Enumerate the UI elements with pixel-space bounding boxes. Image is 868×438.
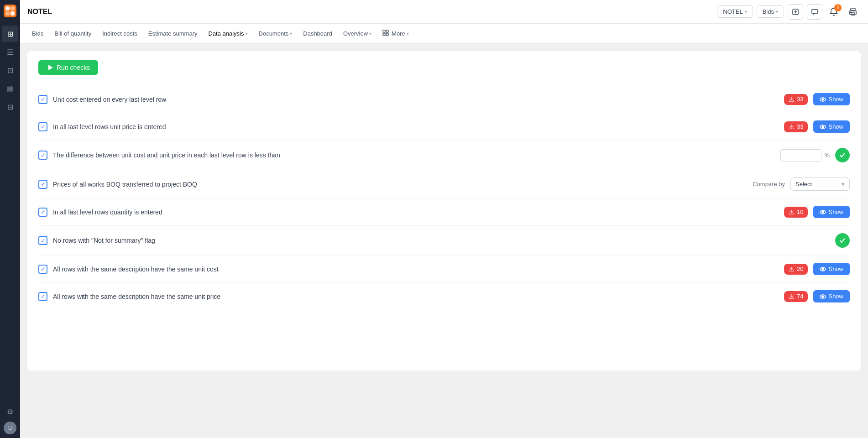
check-2-warning: ⚠ 33 — [784, 121, 808, 132]
svg-point-8 — [851, 12, 852, 13]
check-7-show-button[interactable]: Show — [813, 263, 850, 275]
check-row-7: ✓ All rows with the same description hav… — [38, 256, 850, 283]
topbar-right: NOTEL ▾ Bids ▾ — [717, 4, 861, 20]
check-2-label: In all last level rows unit price is ent… — [53, 123, 779, 130]
check-7-count: 20 — [797, 266, 803, 272]
sidebar: ⊞ ☰ ⊡ ▦ ⊟ ⚙ U — [0, 0, 20, 438]
check-row-4: ✓ Prices of all works BOQ transferred to… — [38, 170, 850, 198]
check-row-6: ✓ No rows with "Not for summary" flag — [38, 226, 850, 256]
overview-chevron-icon: ▾ — [369, 31, 371, 36]
check-5-show-button[interactable]: Show — [813, 206, 850, 218]
check-3-success — [835, 148, 850, 162]
edit-icon-btn[interactable] — [788, 4, 803, 20]
check-8-label: All rows with the same description have … — [53, 293, 779, 300]
check-1-label: Unit cost entered on every last level ro… — [53, 96, 779, 103]
svg-rect-11 — [383, 33, 385, 36]
check-5-warning: ⚠ 10 — [784, 207, 808, 218]
svg-rect-4 — [10, 11, 15, 16]
app-title: NOTEL — [27, 8, 52, 16]
page-content: Run checks ✓ Unit cost entered on every … — [20, 44, 868, 438]
project-selector[interactable]: NOTEL ▾ — [717, 5, 753, 18]
check-1-checkmark: ✓ — [41, 96, 46, 103]
check-6-checkbox[interactable]: ✓ — [38, 236, 47, 245]
topbar: NOTEL NOTEL ▾ Bids ▾ — [20, 0, 868, 24]
check-4-label: Prices of all works BOQ transferred to p… — [53, 181, 747, 188]
check-row-3: ✓ The difference between unit cost and u… — [38, 141, 850, 170]
sidebar-icon-chart[interactable]: ▦ — [2, 80, 18, 97]
content-card: Run checks ✓ Unit cost entered on every … — [27, 51, 861, 370]
svg-point-23 — [822, 296, 824, 297]
check-7-checkbox[interactable]: ✓ — [38, 265, 47, 274]
check-4-checkmark: ✓ — [41, 181, 46, 188]
sidebar-icon-folder[interactable]: ⊟ — [2, 99, 18, 115]
data-analysis-chevron-icon: ▾ — [246, 31, 248, 36]
message-icon-btn[interactable] — [807, 4, 822, 20]
check-8-show-button[interactable]: Show — [813, 290, 850, 302]
svg-point-19 — [822, 211, 824, 213]
notification-btn[interactable]: 5 — [826, 4, 842, 20]
select-placeholder: Select — [795, 181, 812, 188]
check-5-count: 10 — [797, 209, 803, 215]
nav-bids[interactable]: Bids — [27, 27, 48, 40]
check-row-5: ✓ In all last level rows quantity is ent… — [38, 198, 850, 226]
svg-rect-12 — [386, 33, 388, 36]
check-5-checkbox[interactable]: ✓ — [38, 208, 47, 217]
nav-bill-of-quantity[interactable]: Bill of quantity — [50, 27, 96, 40]
nav-estimate-summary[interactable]: Estimate summary — [144, 27, 202, 40]
check-row-2: ✓ In all last level rows unit price is e… — [38, 113, 850, 141]
svg-rect-6 — [851, 8, 855, 10]
run-checks-button[interactable]: Run checks — [38, 60, 98, 75]
bids-chevron-icon: ▾ — [776, 9, 778, 14]
svg-rect-2 — [10, 6, 15, 10]
project-chevron-icon: ▾ — [745, 9, 747, 14]
bids-label: Bids — [763, 8, 774, 15]
check-1-count: 33 — [797, 96, 803, 103]
svg-rect-0 — [4, 5, 16, 17]
bids-selector[interactable]: Bids ▾ — [757, 5, 784, 18]
sidebar-icon-list[interactable]: ☰ — [2, 44, 18, 60]
check-2-show-button[interactable]: Show — [813, 120, 850, 133]
nav-documents[interactable]: Documents ▾ — [254, 27, 297, 40]
documents-chevron-icon: ▾ — [290, 31, 292, 36]
check-5-label: In all last level rows quantity is enter… — [53, 209, 779, 216]
check-6-success — [835, 233, 850, 248]
check-8-checkbox[interactable]: ✓ — [38, 292, 47, 301]
warning-5-icon: ⚠ — [789, 209, 795, 216]
nav-data-analysis[interactable]: Data analysis ▾ — [204, 27, 252, 40]
sidebar-icon-grid[interactable]: ⊡ — [2, 62, 18, 78]
nav-indirect-costs[interactable]: Indirect costs — [98, 27, 142, 40]
topbar-left: NOTEL — [27, 8, 52, 16]
svg-point-15 — [822, 99, 824, 100]
check-1-warning: ⚠ 33 — [784, 94, 808, 105]
check-7-label: All rows with the same description have … — [53, 266, 779, 273]
check-row-1: ✓ Unit cost entered on every last level … — [38, 86, 850, 113]
check-5-checkmark: ✓ — [41, 209, 46, 215]
sidebar-icon-settings[interactable]: ⚙ — [2, 403, 18, 420]
percent-symbol: % — [824, 152, 830, 159]
select-chevron-icon: ▾ — [842, 181, 845, 188]
check-6-label: No rows with "Not for summary" flag — [53, 237, 830, 244]
check-3-checkbox[interactable]: ✓ — [38, 151, 47, 160]
check-2-checkmark: ✓ — [41, 123, 46, 130]
user-avatar[interactable]: U — [4, 422, 16, 434]
nav-dashboard[interactable]: Dashboard — [298, 27, 337, 40]
check-6-checkmark: ✓ — [41, 237, 46, 244]
nav-overview[interactable]: Overview ▾ — [339, 27, 376, 40]
main-content: NOTEL NOTEL ▾ Bids ▾ — [20, 0, 868, 438]
compare-by-select[interactable]: Select ▾ — [790, 177, 850, 191]
print-icon-btn[interactable] — [845, 4, 861, 20]
check-3-label: The difference between unit cost and uni… — [53, 151, 775, 159]
check-2-count: 33 — [797, 123, 803, 130]
check-1-show-button[interactable]: Show — [813, 93, 850, 105]
sidebar-icon-home[interactable]: ⊞ — [2, 26, 18, 42]
more-chevron-icon: ▾ — [407, 31, 409, 36]
check-row-8: ✓ All rows with the same description hav… — [38, 283, 850, 310]
compare-by-label: Compare by — [753, 181, 785, 188]
check-2-checkbox[interactable]: ✓ — [38, 122, 47, 131]
navbar: Bids Bill of quantity Indirect costs Est… — [20, 24, 868, 44]
check-4-checkbox[interactable]: ✓ — [38, 180, 47, 189]
nav-more[interactable]: More ▾ — [378, 27, 413, 40]
check-1-checkbox[interactable]: ✓ — [38, 95, 47, 104]
percent-input[interactable] — [780, 149, 821, 162]
app-logo[interactable] — [3, 4, 17, 18]
